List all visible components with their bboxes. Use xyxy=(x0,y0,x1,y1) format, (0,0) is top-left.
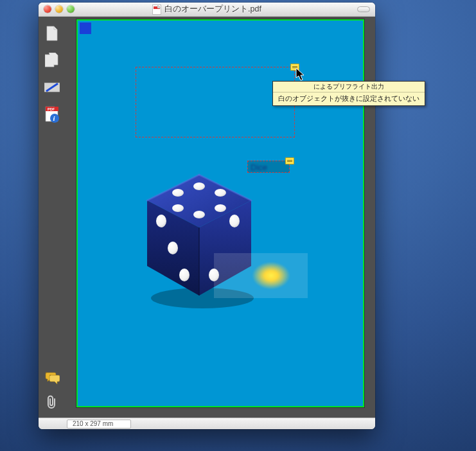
titlebar[interactable]: 白のオーバープリント.pdf xyxy=(39,3,375,17)
body-area: PDF i xyxy=(39,17,375,418)
svg-point-9 xyxy=(172,204,184,212)
tool-marker-icon[interactable] xyxy=(44,80,60,95)
svg-point-14 xyxy=(179,269,190,281)
preflight-tooltip: によるプリフライト出力 白のオブジェクトが抜きに設定されていない xyxy=(272,81,425,106)
pdf-file-icon xyxy=(152,4,161,15)
svg-text:PDF: PDF xyxy=(48,107,55,111)
attachment-icon[interactable] xyxy=(44,394,60,410)
overlay-rect xyxy=(214,253,308,298)
svg-point-7 xyxy=(193,182,205,190)
svg-point-12 xyxy=(156,215,166,227)
page-dimensions: 210 x 297 mm xyxy=(67,420,131,429)
minimize-button[interactable] xyxy=(55,5,63,13)
preflight-highlight-box-1[interactable] xyxy=(136,67,295,137)
note-icon[interactable] xyxy=(285,157,294,164)
tooltip-body: 白のオブジェクトが抜きに設定されていない xyxy=(273,92,425,105)
corner-swatch xyxy=(80,22,91,34)
pdf-info-icon[interactable]: PDF i xyxy=(44,107,60,122)
close-button[interactable] xyxy=(44,5,51,13)
svg-point-10 xyxy=(193,211,205,218)
sidebar: PDF i xyxy=(39,17,66,418)
app-window: 白のオーバープリント.pdf PDF i xyxy=(39,3,375,429)
page-canvas[interactable]: Dice xyxy=(76,19,364,407)
zoom-button[interactable] xyxy=(67,5,75,13)
svg-point-6 xyxy=(172,189,184,197)
traffic-lights xyxy=(44,5,75,13)
tooltip-header: によるプリフライト出力 xyxy=(273,82,425,92)
toolbar-pill-button[interactable] xyxy=(357,6,370,12)
document-viewer[interactable]: Dice xyxy=(66,17,375,418)
comments-icon[interactable] xyxy=(44,370,60,385)
status-bar: 210 x 297 mm xyxy=(39,418,375,429)
svg-point-8 xyxy=(215,189,226,197)
svg-point-11 xyxy=(215,204,226,212)
window-title-text: 白のオーバープリント.pdf xyxy=(164,4,261,15)
svg-point-15 xyxy=(229,215,240,227)
svg-point-13 xyxy=(168,242,178,254)
page-blank-icon[interactable] xyxy=(44,26,60,41)
page-dimensions-text: 210 x 297 mm xyxy=(73,420,113,427)
note-icon[interactable] xyxy=(290,64,299,71)
window-title: 白のオーバープリント.pdf xyxy=(152,4,261,15)
glow-spot xyxy=(252,262,290,289)
page-multi-icon[interactable] xyxy=(44,53,60,68)
